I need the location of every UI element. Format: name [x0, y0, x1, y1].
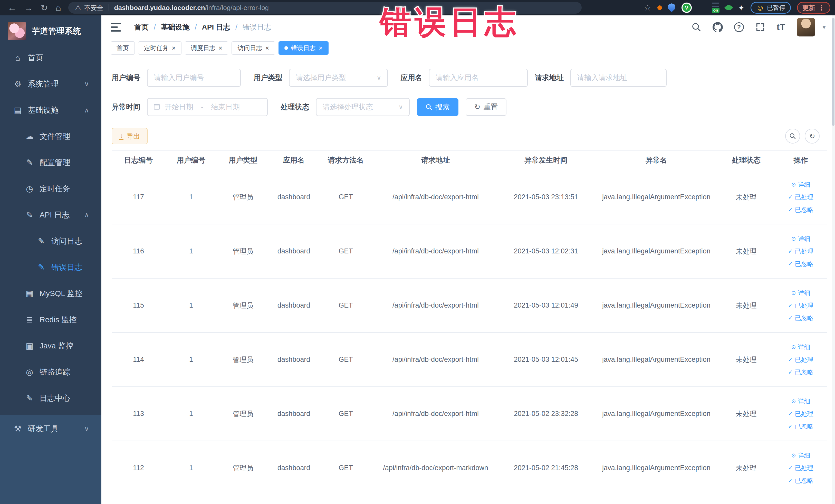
detail-link[interactable]: ⊙ 详细 — [791, 181, 810, 189]
caret-down-icon[interactable]: ▾ — [822, 23, 826, 31]
processed-link-label: 已处理 — [795, 301, 813, 310]
tab-close-icon[interactable]: × — [265, 45, 269, 52]
page-scrollbar[interactable] — [832, 15, 835, 504]
extension-orange-icon[interactable] — [657, 5, 662, 10]
extension-v-icon[interactable]: V — [681, 3, 692, 13]
sidebar-item-mysql-monitor[interactable]: ▦ MySQL 监控 — [0, 280, 101, 306]
calendar-icon — [153, 103, 160, 111]
font-size-icon[interactable]: tT — [777, 22, 786, 32]
help-icon[interactable]: ? — [734, 22, 744, 32]
cell-method: GET — [319, 193, 373, 201]
request-url-input[interactable] — [570, 69, 667, 87]
tab-close-icon[interactable]: × — [172, 45, 176, 52]
sidebar-item-scheduled-tasks[interactable]: ◷ 定时任务 — [0, 176, 101, 202]
sidebar-item-log-center[interactable]: ✎ 日志中心 — [0, 385, 101, 411]
mark-processed-link[interactable]: ✓ 已处理 — [788, 410, 813, 418]
mark-ignored-link[interactable]: ✓ 已忽略 — [788, 368, 813, 377]
tab-schedule-log[interactable]: 调度日志 × — [185, 41, 228, 55]
detail-link[interactable]: ⊙ 详细 — [791, 451, 810, 460]
export-button[interactable]: ↓ 导出 — [111, 128, 148, 144]
cell-exception-time: 2021-05-03 23:13:51 — [498, 193, 593, 201]
github-icon[interactable] — [713, 22, 723, 32]
sidebar-item-redis-monitor[interactable]: ≣ Redis 监控 — [0, 306, 101, 333]
tab-close-icon[interactable]: × — [319, 45, 323, 52]
mark-processed-link[interactable]: ✓ 已处理 — [788, 247, 813, 256]
exception-time-range-picker[interactable]: 开始日期 - 结束日期 — [147, 98, 268, 116]
sidebar-item-trace[interactable]: ◎ 链路追踪 — [0, 359, 101, 385]
sidebar-item-dev-tools[interactable]: ⚒ 研发工具 ∨ — [0, 416, 101, 442]
browser-forward-icon[interactable]: → — [24, 0, 33, 15]
search-icon[interactable] — [692, 22, 701, 32]
sidebar-item-config-management[interactable]: ✎ 配置管理 — [0, 149, 101, 176]
scrollbar-thumb[interactable] — [832, 18, 834, 126]
sidebar-item-label: 定时任务 — [40, 184, 70, 194]
extension-sparkle-icon[interactable]: ✦ — [738, 3, 745, 12]
browser-update-button[interactable]: 更新 ⋮ — [797, 2, 830, 14]
detail-link[interactable]: ⊙ 详细 — [791, 289, 810, 297]
mark-processed-link[interactable]: ✓ 已处理 — [788, 193, 813, 201]
sidebar-item-infrastructure[interactable]: ▤ 基础设施 ∧ — [0, 97, 101, 123]
sidebar-logo-row[interactable]: 芋道管理系统 — [0, 15, 101, 41]
extension-sprout-icon[interactable] — [726, 5, 732, 11]
cell-method: GET — [319, 410, 373, 418]
sidebar-item-api-log[interactable]: ✎ API 日志 ∧ — [0, 202, 101, 228]
detail-link[interactable]: ⊙ 详细 — [791, 397, 810, 405]
tab-access-log[interactable]: 访问日志 × — [231, 41, 275, 55]
fullscreen-icon[interactable] — [755, 22, 766, 32]
user-avatar[interactable] — [797, 18, 815, 37]
tab-close-icon[interactable]: × — [219, 45, 222, 52]
browser-back-icon[interactable]: ← — [8, 0, 16, 15]
sidebar-item-java-monitor[interactable]: ▣ Java 监控 — [0, 333, 101, 359]
browser-home-icon[interactable]: ⌂ — [56, 0, 61, 15]
sidebar-menu: ⌂ 首页 ⚙ 系统管理 ∨ ▤ 基础设施 ∧ ☁ 文件管理 ✎ 配置管理 ◷ 定… — [0, 45, 101, 411]
breadcrumb-infrastructure[interactable]: 基础设施 — [161, 22, 190, 32]
security-label[interactable]: 不安全 — [84, 4, 103, 12]
annotation-overlay-text: 错误日志 — [380, 2, 520, 44]
sidebar-item-file-management[interactable]: ☁ 文件管理 — [0, 123, 101, 149]
search-button[interactable]: 搜索 — [417, 98, 459, 116]
refresh-table-button[interactable]: ↻ — [805, 129, 820, 143]
toggle-search-button[interactable] — [785, 129, 800, 143]
browser-menu-icon[interactable]: ⋮ — [818, 4, 825, 12]
cell-exception-time: 2021-05-02 23:32:28 — [498, 410, 593, 418]
mark-processed-link[interactable]: ✓ 已处理 — [788, 356, 813, 364]
process-status-select[interactable]: 请选择处理状态 ∨ — [316, 98, 410, 116]
tab-error-log[interactable]: 错误日志 × — [279, 41, 329, 55]
tab-home[interactable]: 首页 — [110, 41, 135, 55]
navbar-actions: ? tT ▾ — [692, 18, 826, 37]
cell-request-url: /api/infra/db-doc/export-markdown — [373, 464, 498, 472]
extension-grid-icon[interactable] — [698, 4, 706, 12]
app-name-input[interactable] — [429, 69, 528, 87]
processed-link-label: 已处理 — [795, 193, 813, 201]
cell-user-id: 1 — [165, 464, 218, 472]
check-icon: ✓ — [788, 315, 793, 321]
mark-processed-link[interactable]: ✓ 已处理 — [788, 301, 813, 310]
detail-link[interactable]: ⊙ 详细 — [791, 343, 810, 351]
export-button-label: 导出 — [126, 132, 140, 141]
reset-button[interactable]: ↻ 重置 — [466, 98, 506, 116]
browser-reload-icon[interactable]: ↻ — [41, 0, 48, 15]
extension-shield-icon[interactable] — [668, 3, 675, 12]
sidebar-item-access-log[interactable]: ✎ 访问日志 — [0, 228, 101, 254]
mark-ignored-link[interactable]: ✓ 已忽略 — [788, 422, 813, 430]
user-type-select[interactable]: 请选择用户类型 ∨ — [289, 69, 388, 87]
mark-processed-link[interactable]: ✓ 已处理 — [788, 464, 813, 472]
cell-user-id: 1 — [165, 301, 218, 309]
sidebar-item-home[interactable]: ⌂ 首页 — [0, 45, 101, 71]
profile-paused-badge[interactable]: ☺ 已暂停 — [751, 2, 791, 14]
tab-scheduled-tasks[interactable]: 定时任务 × — [138, 41, 182, 55]
breadcrumb-api-log[interactable]: API 日志 — [202, 22, 230, 32]
bookmark-star-icon[interactable]: ☆ — [644, 3, 651, 13]
sidebar-item-system-management[interactable]: ⚙ 系统管理 ∨ — [0, 71, 101, 97]
mark-ignored-link[interactable]: ✓ 已忽略 — [788, 260, 813, 268]
sidebar-toggle-icon[interactable] — [110, 23, 121, 32]
detail-link[interactable]: ⊙ 详细 — [791, 235, 810, 243]
sidebar-item-error-log[interactable]: ✎ 错误日志 — [0, 254, 101, 280]
breadcrumb-home[interactable]: 首页 — [134, 22, 149, 32]
mark-ignored-link[interactable]: ✓ 已忽略 — [788, 206, 813, 214]
extension-on-icon[interactable]: on — [712, 3, 719, 13]
mark-ignored-link[interactable]: ✓ 已忽略 — [788, 477, 813, 485]
user-id-input[interactable] — [147, 69, 241, 87]
mark-ignored-link[interactable]: ✓ 已忽略 — [788, 314, 813, 322]
date-range-separator: - — [201, 103, 203, 111]
